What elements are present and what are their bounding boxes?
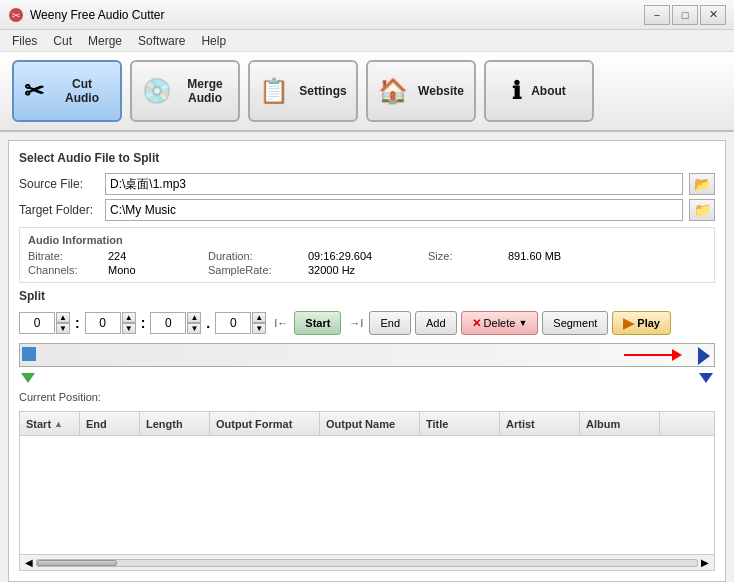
- about-label: About: [531, 84, 566, 98]
- position-row: Current Position:: [19, 391, 715, 403]
- size-value: 891.60 MB: [508, 250, 706, 262]
- split-controls: ▲ ▼ : ▲ ▼ : ▲ ▼ .: [19, 311, 715, 335]
- timeline-right-handle[interactable]: [698, 347, 710, 365]
- colon-2: :: [141, 315, 146, 331]
- menu-cut[interactable]: Cut: [45, 32, 80, 50]
- settings-button[interactable]: 📋 Settings: [248, 60, 358, 122]
- about-button[interactable]: ℹ About: [484, 60, 594, 122]
- colon-1: :: [75, 315, 80, 331]
- table-section: Start ▲ End Length Output Format Output …: [19, 411, 715, 571]
- source-file-row: Source File: 📂: [19, 173, 715, 195]
- sample-value: 32000 Hz: [308, 264, 428, 276]
- target-folder-input[interactable]: [105, 199, 683, 221]
- menu-bar: Files Cut Merge Software Help: [0, 30, 734, 52]
- website-icon: 🏠: [378, 79, 408, 103]
- minutes-up-button[interactable]: ▲: [122, 312, 136, 323]
- sample-label: SampleRate:: [208, 264, 308, 276]
- segment-button[interactable]: Segment: [542, 311, 608, 335]
- window-controls: − □ ✕: [644, 5, 726, 25]
- website-button[interactable]: 🏠 Website: [366, 60, 476, 122]
- source-file-browse-button[interactable]: 📂: [689, 173, 715, 195]
- col-album[interactable]: Album: [580, 412, 660, 435]
- spin-hours: ▲ ▼: [19, 312, 70, 334]
- sort-start-icon: ▲: [54, 419, 63, 429]
- col-artist[interactable]: Artist: [500, 412, 580, 435]
- hours-arrows: ▲ ▼: [56, 312, 70, 334]
- current-position-label: Current Position:: [19, 391, 101, 403]
- red-arrow-line: [624, 354, 674, 356]
- website-label: Website: [418, 84, 464, 98]
- spin-ms: ▲ ▼: [215, 312, 266, 334]
- scroll-left-button[interactable]: ◀: [22, 557, 36, 568]
- close-button[interactable]: ✕: [700, 5, 726, 25]
- bitrate-label: Bitrate:: [28, 250, 108, 262]
- audio-info-section: Audio Information Bitrate: 224 Duration:…: [19, 227, 715, 283]
- col-output-format[interactable]: Output Format: [210, 412, 320, 435]
- app-icon: ✂: [8, 7, 24, 23]
- hours-up-button[interactable]: ▲: [56, 312, 70, 323]
- channels-value: Mono: [108, 264, 208, 276]
- folder-open-icon: 📂: [694, 176, 711, 192]
- delete-button[interactable]: ✕ Delete ▼: [461, 311, 539, 335]
- add-button[interactable]: Add: [415, 311, 457, 335]
- hours-down-button[interactable]: ▼: [56, 323, 70, 334]
- source-file-input[interactable]: [105, 173, 683, 195]
- col-end[interactable]: End: [80, 412, 140, 435]
- timeline-left-handle[interactable]: [22, 347, 36, 361]
- duration-value: 09:16:29.604: [308, 250, 428, 262]
- colon-3: .: [206, 315, 210, 331]
- timeline-markers: [19, 369, 715, 383]
- seconds-input[interactable]: [150, 312, 186, 334]
- seconds-up-button[interactable]: ▲: [187, 312, 201, 323]
- minutes-input[interactable]: [85, 312, 121, 334]
- table-body: [20, 436, 714, 554]
- minimize-button[interactable]: −: [644, 5, 670, 25]
- menu-help[interactable]: Help: [193, 32, 234, 50]
- merge-audio-button[interactable]: 💿 Merge Audio: [130, 60, 240, 122]
- menu-software[interactable]: Software: [130, 32, 193, 50]
- menu-files[interactable]: Files: [4, 32, 45, 50]
- spin-seconds: ▲ ▼: [150, 312, 201, 334]
- file-select-section: Select Audio File to Split Source File: …: [19, 151, 715, 221]
- col-title[interactable]: Title: [420, 412, 500, 435]
- scroll-right-button[interactable]: ▶: [698, 557, 712, 568]
- horizontal-scrollbar[interactable]: ◀ ▶: [20, 554, 714, 570]
- scrollbar-track[interactable]: [36, 559, 698, 567]
- ms-up-button[interactable]: ▲: [252, 312, 266, 323]
- col-start[interactable]: Start ▲: [20, 412, 80, 435]
- channels-label: Channels:: [28, 264, 108, 276]
- size-label: Size:: [428, 250, 508, 262]
- target-folder-row: Target Folder: 📁: [19, 199, 715, 221]
- split-section: Split ▲ ▼ : ▲ ▼ : ▲: [19, 289, 715, 335]
- timeline[interactable]: [19, 343, 715, 367]
- end-button[interactable]: End: [369, 311, 411, 335]
- start-marker-triangle: [21, 373, 35, 383]
- title-bar-left: ✂ Weeny Free Audio Cutter: [8, 7, 165, 23]
- ms-down-button[interactable]: ▼: [252, 323, 266, 334]
- duration-label: Duration:: [208, 250, 308, 262]
- col-output-name[interactable]: Output Name: [320, 412, 420, 435]
- cut-audio-button[interactable]: ✂ Cut Audio: [12, 60, 122, 122]
- minutes-down-button[interactable]: ▼: [122, 323, 136, 334]
- hours-input[interactable]: [19, 312, 55, 334]
- play-button[interactable]: ▶ Play: [612, 311, 671, 335]
- delete-dropdown-icon: ▼: [518, 318, 527, 328]
- seconds-down-button[interactable]: ▼: [187, 323, 201, 334]
- target-folder-browse-button[interactable]: 📁: [689, 199, 715, 221]
- ms-arrows: ▲ ▼: [252, 312, 266, 334]
- timeline-position-arrow: [624, 354, 674, 356]
- col-length[interactable]: Length: [140, 412, 210, 435]
- window-title: Weeny Free Audio Cutter: [30, 8, 165, 22]
- maximize-button[interactable]: □: [672, 5, 698, 25]
- menu-merge[interactable]: Merge: [80, 32, 130, 50]
- merge-audio-label: Merge Audio: [182, 77, 228, 105]
- ms-input[interactable]: [215, 312, 251, 334]
- source-file-label: Source File:: [19, 177, 99, 191]
- start-button[interactable]: Start: [294, 311, 341, 335]
- toolbar: ✂ Cut Audio 💿 Merge Audio 📋 Settings 🏠 W…: [0, 52, 734, 132]
- scrollbar-thumb[interactable]: [37, 560, 117, 566]
- table-header: Start ▲ End Length Output Format Output …: [20, 412, 714, 436]
- title-bar: ✂ Weeny Free Audio Cutter − □ ✕: [0, 0, 734, 30]
- cut-audio-label: Cut Audio: [54, 77, 110, 105]
- play-icon: ▶: [623, 315, 634, 331]
